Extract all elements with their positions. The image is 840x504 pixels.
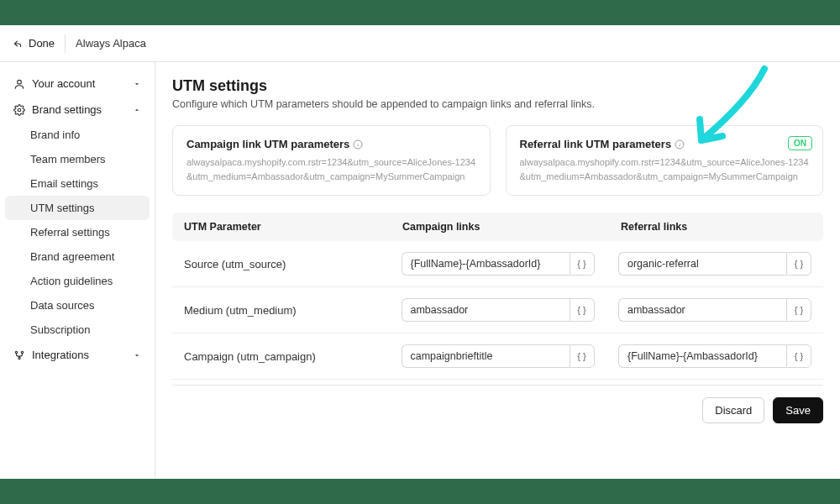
braces-button[interactable]: { } bbox=[786, 344, 811, 368]
campaign-card-title: Campaign link UTM parameters bbox=[186, 138, 476, 150]
gear-icon bbox=[13, 104, 25, 116]
actions-footer: Discard Save bbox=[172, 385, 823, 423]
done-label: Done bbox=[29, 37, 55, 50]
campaign-card-sample: alwaysalpaca.myshopify.com.rstr=1234&utm… bbox=[186, 155, 476, 183]
sidebar: Your account Brand settings Brand info T… bbox=[0, 62, 155, 479]
sidebar-section-integrations[interactable]: Integrations bbox=[5, 342, 150, 368]
referral-card-title: Referral link UTM parameters bbox=[520, 138, 810, 150]
frame-bottom-bar bbox=[0, 479, 840, 504]
brand-name: Always Alpaca bbox=[76, 37, 146, 50]
referral-link-card: ON Referral link UTM parameters alwaysal… bbox=[506, 125, 824, 196]
discard-button[interactable]: Discard bbox=[702, 397, 764, 423]
sidebar-item-subscription[interactable]: Subscription bbox=[5, 318, 150, 342]
head-campaign: Campaign links bbox=[402, 221, 621, 233]
referral-medium-input-wrap: { } bbox=[618, 298, 811, 322]
svg-point-1 bbox=[18, 108, 21, 112]
sidebar-integrations-label: Integrations bbox=[32, 349, 89, 361]
sidebar-item-email-settings[interactable]: Email settings bbox=[5, 171, 150, 196]
sidebar-brand-settings-label: Brand settings bbox=[32, 103, 102, 116]
branch-icon bbox=[13, 349, 25, 361]
sidebar-section-account[interactable]: Your account bbox=[5, 71, 150, 97]
info-icon[interactable] bbox=[675, 139, 685, 150]
braces-button[interactable]: { } bbox=[570, 344, 595, 368]
page-title: UTM settings bbox=[172, 77, 823, 95]
param-label: Source (utm_source) bbox=[184, 258, 402, 270]
back-arrow-icon bbox=[12, 38, 24, 50]
head-param: UTM Parameter bbox=[184, 221, 402, 233]
sidebar-item-referral-settings[interactable]: Referral settings bbox=[5, 220, 150, 244]
param-label: Medium (utm_medium) bbox=[184, 304, 402, 317]
chevron-down-icon bbox=[133, 351, 141, 360]
braces-button[interactable]: { } bbox=[570, 298, 595, 322]
sidebar-item-brand-agreement[interactable]: Brand agreement bbox=[5, 244, 150, 269]
sidebar-brand-items: Brand info Team members Email settings U… bbox=[5, 123, 150, 342]
sidebar-item-brand-info[interactable]: Brand info bbox=[5, 123, 150, 147]
page-subtitle: Configure which UTM parameters should be… bbox=[172, 98, 823, 110]
campaign-campaign-input[interactable] bbox=[402, 344, 570, 368]
referral-card-title-text: Referral link UTM parameters bbox=[520, 138, 672, 150]
done-button[interactable]: Done bbox=[12, 37, 55, 50]
campaign-source-input[interactable] bbox=[402, 252, 570, 276]
sidebar-account-label: Your account bbox=[32, 77, 95, 90]
chevron-down-icon bbox=[133, 80, 141, 88]
referral-source-input-wrap: { } bbox=[618, 252, 811, 276]
frame-top-bar bbox=[0, 0, 840, 25]
campaign-link-card: Campaign link UTM parameters alwaysalpac… bbox=[172, 125, 491, 196]
layout: Your account Brand settings Brand info T… bbox=[0, 62, 840, 479]
referral-campaign-input[interactable] bbox=[618, 344, 786, 368]
table-row: Medium (utm_medium) { } { } bbox=[172, 287, 823, 333]
sidebar-item-data-sources[interactable]: Data sources bbox=[5, 293, 150, 318]
on-badge: ON bbox=[788, 136, 812, 150]
referral-campaign-input-wrap: { } bbox=[618, 344, 811, 368]
svg-point-0 bbox=[18, 80, 22, 84]
sidebar-section-brand-settings[interactable]: Brand settings bbox=[5, 97, 150, 123]
topbar-divider bbox=[65, 34, 66, 53]
chevron-up-icon bbox=[133, 106, 141, 114]
cards-row: Campaign link UTM parameters alwaysalpac… bbox=[172, 125, 823, 196]
campaign-medium-input[interactable] bbox=[402, 298, 570, 322]
head-referral: Referral links bbox=[621, 221, 811, 233]
save-button[interactable]: Save bbox=[773, 397, 823, 423]
user-icon bbox=[13, 78, 25, 90]
utm-table: UTM Parameter Campaign links Referral li… bbox=[172, 213, 823, 380]
param-label: Campaign (utm_campaign) bbox=[184, 350, 402, 363]
braces-button[interactable]: { } bbox=[570, 252, 595, 276]
content: UTM settings Configure which UTM paramet… bbox=[155, 62, 840, 479]
braces-button[interactable]: { } bbox=[786, 252, 811, 276]
braces-button[interactable]: { } bbox=[786, 298, 811, 322]
sidebar-item-team-members[interactable]: Team members bbox=[5, 147, 150, 171]
campaign-medium-input-wrap: { } bbox=[402, 298, 595, 322]
app-shell: Done Always Alpaca Your account Brand se… bbox=[0, 25, 840, 479]
referral-card-sample: alwaysalpaca.myshopify.com.rstr=1234&utm… bbox=[520, 155, 810, 183]
referral-medium-input[interactable] bbox=[618, 298, 786, 322]
topbar: Done Always Alpaca bbox=[0, 25, 840, 62]
campaign-card-title-text: Campaign link UTM parameters bbox=[186, 138, 349, 150]
campaign-source-input-wrap: { } bbox=[402, 252, 595, 276]
referral-source-input[interactable] bbox=[618, 252, 786, 276]
info-icon[interactable] bbox=[353, 139, 363, 150]
sidebar-item-action-guidelines[interactable]: Action guidelines bbox=[5, 269, 150, 293]
campaign-campaign-input-wrap: { } bbox=[402, 344, 595, 368]
table-row: Campaign (utm_campaign) { } { } bbox=[172, 333, 823, 380]
table-row: Source (utm_source) { } { } bbox=[172, 241, 823, 287]
sidebar-item-utm-settings[interactable]: UTM settings bbox=[5, 196, 150, 220]
table-head: UTM Parameter Campaign links Referral li… bbox=[172, 213, 823, 241]
